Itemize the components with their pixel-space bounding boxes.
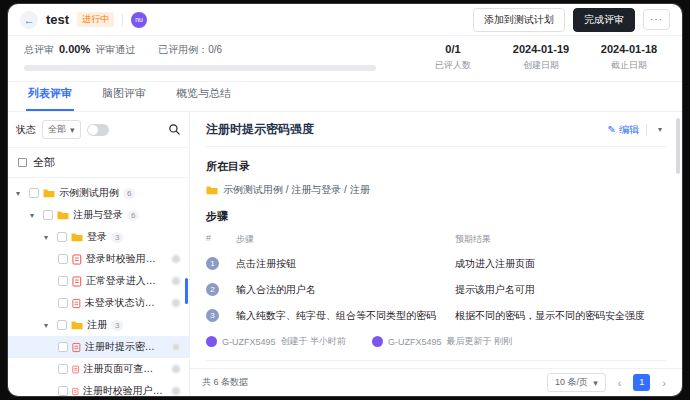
- tree-folder[interactable]: ▾ 示例测试用例 6: [8, 182, 189, 204]
- collapse-all-icon: [18, 158, 27, 167]
- caret-down-icon[interactable]: ▾: [16, 189, 25, 198]
- finish-review-button[interactable]: 完成评审: [573, 8, 635, 32]
- review-status-icon: [171, 298, 181, 308]
- tree-case[interactable]: 注册页面可查看用户协议: [8, 358, 189, 380]
- tree-root-all[interactable]: 全部: [8, 148, 189, 178]
- chevron-down-icon: ▾: [70, 125, 75, 135]
- stats-suffix: 评审通过: [95, 43, 135, 57]
- metric-reviewers: 0/1 已评人数: [416, 43, 490, 72]
- creator-avatar: [206, 336, 217, 347]
- tree-case[interactable]: 正常登录进入平台: [8, 270, 189, 292]
- case-doc-icon: [72, 276, 82, 287]
- page-size-value: 10 条/页: [555, 376, 588, 389]
- col-index: #: [206, 233, 228, 243]
- case-tree-panel: 状态 全部 ▾ 全部 ▾ 示例测试用: [8, 112, 190, 396]
- edit-button[interactable]: ✎ 编辑: [608, 123, 639, 137]
- review-status-icon: [171, 276, 181, 286]
- folder-icon: [206, 185, 218, 195]
- total-count: 共 6 条数据: [202, 376, 539, 389]
- step-number: 1: [206, 257, 219, 270]
- step-text: 点击注册按钮: [236, 257, 447, 270]
- folder-icon: [71, 232, 83, 242]
- breadcrumb-path[interactable]: 示例测试用例 / 注册与登录 / 注册: [223, 183, 370, 197]
- detail-scrollbar-thumb[interactable]: [676, 118, 680, 174]
- case-doc-icon: [72, 386, 79, 397]
- tree-case[interactable]: 登录时校验用户名: [8, 248, 189, 270]
- checkbox[interactable]: [43, 210, 53, 220]
- review-status-icon: [171, 364, 181, 374]
- back-icon: ←: [24, 14, 35, 26]
- caret-down-icon[interactable]: ▾: [30, 211, 39, 220]
- tree-case-selected[interactable]: 注册时提示密码强度: [8, 336, 189, 358]
- checkbox[interactable]: [58, 276, 68, 286]
- page-size-select[interactable]: 10 条/页 ▾: [547, 373, 606, 392]
- created-meta: G-UZFX5495 创建于 半小时前: [206, 335, 346, 348]
- caret-down-icon[interactable]: ▾: [44, 321, 53, 330]
- count-badge: 3: [111, 320, 123, 331]
- caret-down-icon[interactable]: ▾: [44, 233, 53, 242]
- filter-toggle[interactable]: [87, 124, 109, 136]
- prev-page-button[interactable]: ‹: [614, 377, 626, 389]
- checkbox[interactable]: [58, 298, 68, 308]
- case-detail-panel: 注册时提示密码强度 ✎ 编辑 ▾ 所在目录 示例测试用例 / 注册与登录 / 注…: [190, 112, 682, 368]
- more-actions-dropdown[interactable]: ▾: [654, 123, 666, 136]
- count-badge: 6: [123, 188, 135, 199]
- pagination-bar: 共 6 条数据 10 条/页 ▾ ‹ 1 ›: [190, 368, 682, 396]
- next-page-button[interactable]: ›: [658, 377, 670, 389]
- more-button[interactable]: ···: [643, 9, 670, 30]
- tree-folder[interactable]: ▾ 注册与登录 6: [8, 204, 189, 226]
- expected-text: 根据不同的密码，显示不同的密码安全强度: [455, 309, 666, 322]
- checkbox[interactable]: [58, 386, 68, 396]
- count-badge: 3: [111, 232, 123, 243]
- checkbox[interactable]: [29, 188, 39, 198]
- case-tree: ▾ 示例测试用例 6 ▾ 注册与登录 6 ▾ 登录: [8, 178, 189, 396]
- folder-label: 登录: [87, 230, 107, 244]
- checkbox[interactable]: [58, 342, 68, 352]
- tree-folder[interactable]: ▾ 注册 3: [8, 314, 189, 336]
- avatar[interactable]: nu: [131, 12, 147, 28]
- step-row: 2 输入合法的用户名 提示该用户名可用: [206, 283, 666, 296]
- stats-percent: 0.00%: [59, 43, 90, 55]
- search-icon[interactable]: [168, 123, 181, 136]
- checkbox[interactable]: [57, 320, 67, 330]
- chevron-right-icon: ›: [662, 377, 666, 389]
- col-expected: 预期结果: [455, 233, 666, 246]
- metric-create-date: 2024-01-19 创建日期: [504, 43, 578, 72]
- tree-folder[interactable]: ▾ 登录 3: [8, 226, 189, 248]
- step-row: 3 输入纯数字、纯字母、组合等不同类型的密码 根据不同的密码，显示不同的密码安全…: [206, 309, 666, 322]
- filter-value: 全部: [48, 123, 66, 136]
- metric-value: 2024-01-19: [504, 43, 578, 55]
- folder-icon: [57, 210, 69, 220]
- metric-label: 创建日期: [504, 59, 578, 72]
- tab-list-review[interactable]: 列表评审: [26, 80, 74, 111]
- updated-text: 最后更新于 刚刚: [447, 335, 513, 348]
- metric-value: 0/1: [416, 43, 490, 55]
- filter-label: 状态: [16, 123, 36, 137]
- tree-root-label: 全部: [33, 155, 55, 170]
- tree-filter-row: 状态 全部 ▾: [8, 120, 189, 148]
- back-button[interactable]: ←: [20, 11, 38, 29]
- tree-case[interactable]: 未登录状态访问平台: [8, 292, 189, 314]
- current-page-button[interactable]: 1: [633, 374, 650, 391]
- divider: [646, 124, 647, 136]
- page-header: ← test 进行中 nu 添加到测试计划 完成评审 ···: [8, 4, 682, 36]
- status-badge: 进行中: [77, 12, 114, 27]
- review-status-icon: [171, 386, 181, 396]
- review-status-icon: [171, 342, 181, 352]
- review-progress-bar: [24, 65, 376, 71]
- directory-heading: 所在目录: [206, 159, 666, 174]
- expected-text: 成功进入注册页面: [455, 257, 666, 270]
- checkbox[interactable]: [57, 232, 67, 242]
- filter-select[interactable]: 全部 ▾: [42, 120, 81, 139]
- checkbox[interactable]: [58, 364, 68, 374]
- tree-case[interactable]: 注册时校验用户名是否重复: [8, 380, 189, 396]
- checkbox[interactable]: [58, 254, 68, 264]
- add-to-plan-button[interactable]: 添加到测试计划: [473, 8, 565, 32]
- metric-value: 2024-01-18: [592, 43, 666, 55]
- tab-overview-summary[interactable]: 概览与总结: [174, 80, 233, 111]
- divider: [206, 360, 666, 361]
- tree-scrollbar-thumb[interactable]: [185, 278, 188, 304]
- col-step: 步骤: [236, 233, 447, 246]
- tab-mindmap-review[interactable]: 脑图评审: [100, 80, 148, 111]
- steps-table: # 步骤 预期结果 1 点击注册按钮 成功进入注册页面 2 输入合法的用户名 提…: [206, 233, 666, 322]
